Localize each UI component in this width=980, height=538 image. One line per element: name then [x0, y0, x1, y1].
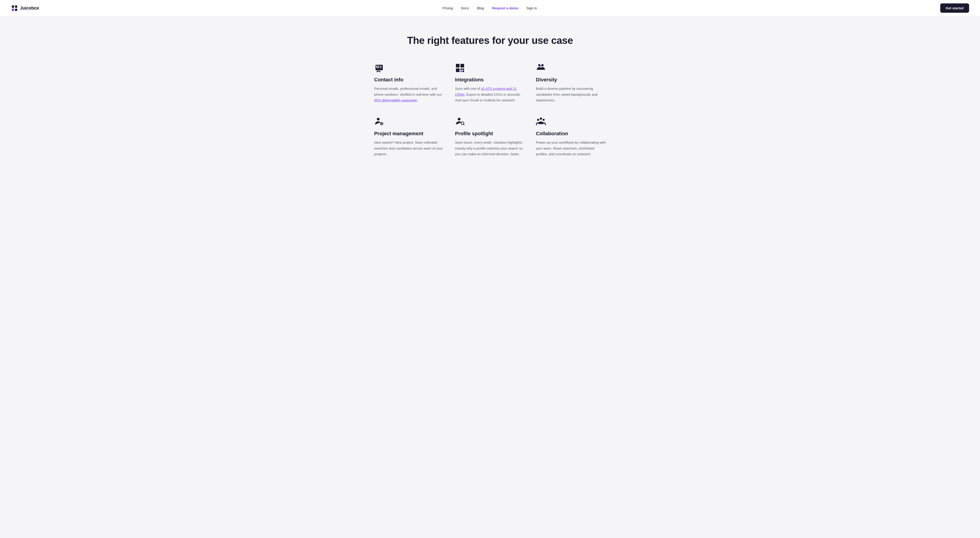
features-grid: Contact info Personal emails, profession…	[374, 63, 606, 157]
navbar: Juicebox Pricing Docs Blog Request a dem…	[0, 0, 980, 16]
contact-info-title: Contact info	[374, 77, 444, 83]
svg-point-29	[537, 119, 539, 121]
feature-collaboration: Collaboration Power-up your workflows by…	[536, 117, 606, 157]
svg-rect-0	[12, 5, 14, 8]
diversity-description: Build a diverse pipeline by uncovering c…	[536, 86, 606, 103]
project-management-description: New search? New project. Save unlimited …	[374, 140, 444, 157]
svg-rect-9	[380, 67, 382, 67]
svg-point-20	[541, 64, 544, 66]
nav-link-pricing[interactable]: Pricing	[442, 6, 453, 10]
svg-rect-12	[456, 64, 460, 67]
feature-diversity: Diversity Build a diverse pipeline by un…	[536, 63, 606, 103]
svg-rect-2	[12, 9, 14, 11]
nav-item-blog[interactable]: Blog	[477, 6, 484, 10]
svg-point-22	[377, 118, 380, 120]
svg-rect-15	[460, 69, 462, 70]
contact-info-description: Personal emails, professional emails, an…	[374, 86, 444, 103]
nav-link-docs[interactable]: Docs	[461, 6, 469, 10]
svg-rect-14	[456, 69, 460, 72]
get-started-button[interactable]: Get started	[940, 3, 969, 13]
main-content: The right features for your use case	[365, 16, 615, 180]
feature-integrations: Integrations Sync with one of 41 ATS sys…	[455, 63, 525, 103]
svg-point-24	[381, 123, 382, 124]
svg-rect-8	[380, 66, 382, 66]
contact-info-icon	[374, 63, 384, 73]
svg-rect-16	[463, 69, 464, 70]
diversity-icon	[536, 63, 546, 73]
logo-text: Juicebox	[20, 5, 39, 11]
integrations-title: Integrations	[455, 77, 525, 83]
profile-spotlight-description: Save hours, every week: Juicebox highlig…	[455, 140, 525, 157]
svg-rect-3	[15, 9, 17, 11]
svg-rect-10	[380, 68, 382, 68]
svg-line-27	[463, 124, 465, 125]
integrations-icon	[455, 63, 465, 73]
feature-contact-info: Contact info Personal emails, profession…	[374, 63, 444, 103]
navbar-links: Pricing Docs Blog Request a demo Sign in	[442, 6, 537, 10]
project-management-icon	[374, 117, 384, 127]
logo-link[interactable]: Juicebox	[11, 5, 39, 12]
nav-link-blog[interactable]: Blog	[477, 6, 484, 10]
deliverability-link[interactable]: 95% deliverability guarantee	[374, 98, 417, 102]
feature-profile-spotlight: Profile spotlight Save hours, every week…	[455, 117, 525, 157]
svg-rect-17	[460, 70, 462, 72]
collaboration-description: Power-up your workflows by collaborating…	[536, 140, 606, 157]
profile-spotlight-title: Profile spotlight	[455, 131, 525, 137]
svg-point-30	[543, 119, 545, 121]
nav-item-docs[interactable]: Docs	[461, 6, 469, 10]
profile-spotlight-icon	[455, 117, 465, 127]
nav-link-sign-in[interactable]: Sign in	[527, 6, 537, 10]
integrations-description: Sync with one of 41 ATS systems and 21 C…	[455, 86, 525, 103]
nav-item-request-demo[interactable]: Request a demo	[492, 6, 519, 10]
svg-rect-7	[376, 68, 379, 69]
collaboration-title: Collaboration	[536, 131, 606, 137]
project-management-title: Project management	[374, 131, 444, 137]
svg-point-19	[538, 64, 541, 66]
section-title: The right features for your use case	[374, 35, 606, 46]
svg-rect-13	[460, 64, 464, 67]
svg-rect-18	[463, 70, 464, 72]
nav-item-pricing[interactable]: Pricing	[442, 6, 453, 10]
feature-project-management: Project management New search? New proje…	[374, 117, 444, 157]
svg-rect-1	[15, 5, 17, 8]
nav-item-sign-in[interactable]: Sign in	[527, 6, 537, 10]
collaboration-icon	[536, 117, 546, 127]
nav-link-request-demo[interactable]: Request a demo	[492, 6, 519, 10]
diversity-title: Diversity	[536, 77, 606, 83]
juicebox-logo-icon	[11, 5, 18, 12]
svg-point-6	[377, 66, 378, 67]
svg-point-28	[540, 118, 542, 120]
svg-point-25	[458, 118, 460, 120]
